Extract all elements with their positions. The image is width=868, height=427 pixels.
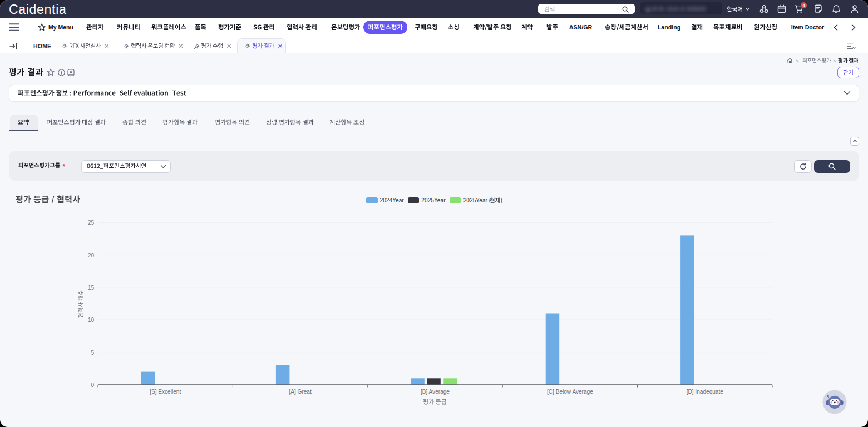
svg-text:[S] Excellent: [S] Excellent <box>150 389 181 395</box>
svg-text:5: 5 <box>91 350 94 356</box>
svg-text:25: 25 <box>88 220 95 226</box>
svg-text:10: 10 <box>88 317 95 323</box>
svg-text:0: 0 <box>91 382 94 388</box>
svg-text:20: 20 <box>88 252 95 259</box>
svg-text:[A] Great: [A] Great <box>289 389 312 395</box>
svg-text:15: 15 <box>88 285 95 291</box>
svg-text:[B] Average: [B] Average <box>421 389 450 395</box>
svg-text:[C] Below Average: [C] Below Average <box>547 389 593 395</box>
svg-text:[D] Inadequate: [D] Inadequate <box>687 389 724 395</box>
